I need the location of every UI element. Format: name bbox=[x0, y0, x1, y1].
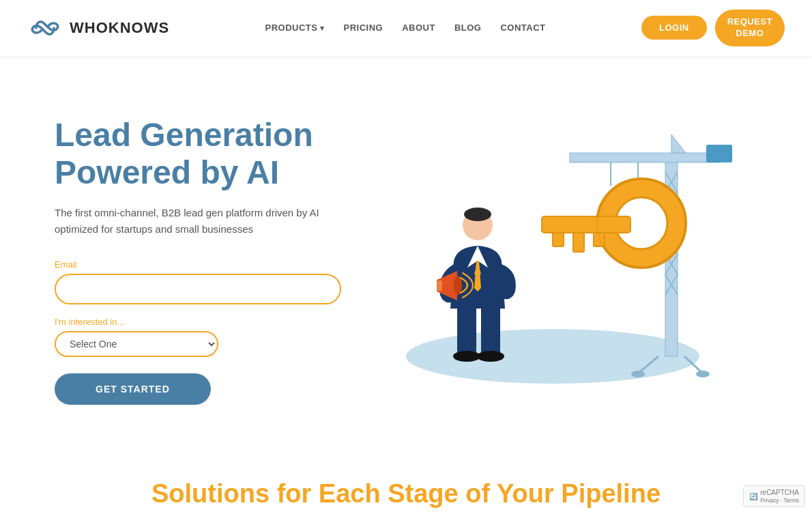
svg-point-20 bbox=[631, 371, 645, 377]
svg-rect-31 bbox=[457, 305, 476, 356]
nav-links: PRODUCTS PRICING ABOUT BLOG CONTACT bbox=[265, 23, 546, 33]
svg-point-21 bbox=[696, 371, 710, 377]
svg-rect-14 bbox=[706, 145, 732, 162]
recaptcha-badge: 🔄 reCAPTCHAPrivacy · Terms bbox=[743, 485, 805, 507]
email-label: Email bbox=[55, 259, 341, 270]
nav-contact[interactable]: CONTACT bbox=[500, 23, 545, 33]
bottom-title: Solutions for Each Stage of Your Pipelin… bbox=[27, 479, 785, 509]
brand-name: WHOKNOWS bbox=[70, 19, 169, 37]
hero-left: Lead Generation Powered by AI The first … bbox=[55, 116, 341, 405]
hero-illustration bbox=[341, 117, 771, 404]
svg-point-30 bbox=[464, 208, 491, 221]
bottom-section: Solutions for Each Stage of Your Pipelin… bbox=[0, 452, 812, 514]
nav-blog[interactable]: BLOG bbox=[454, 23, 482, 33]
recaptcha-text: reCAPTCHAPrivacy · Terms bbox=[760, 489, 799, 504]
nav-pricing[interactable]: PRICING bbox=[344, 23, 383, 33]
logo-icon bbox=[27, 16, 63, 40]
svg-rect-13 bbox=[570, 153, 720, 162]
login-button[interactable]: LOGIN bbox=[641, 16, 707, 40]
footer-watermark: 🔄 reCAPTCHAPrivacy · Terms bbox=[743, 485, 805, 507]
recaptcha-icon: 🔄 bbox=[749, 493, 757, 500]
svg-rect-26 bbox=[573, 233, 584, 252]
nav-buttons: LOGIN REQUESTDEMO bbox=[641, 10, 785, 46]
svg-rect-35 bbox=[437, 281, 442, 291]
navbar: WHOKNOWS PRODUCTS PRICING ABOUT BLOG CON… bbox=[0, 0, 812, 56]
svg-rect-32 bbox=[481, 305, 500, 356]
email-input[interactable] bbox=[55, 274, 341, 304]
key-svg bbox=[532, 169, 696, 319]
logo-area[interactable]: WHOKNOWS bbox=[27, 16, 169, 40]
hero-subtitle: The first omni-channel, B2B lead gen pla… bbox=[55, 205, 341, 238]
svg-line-18 bbox=[638, 356, 658, 373]
person-svg bbox=[433, 206, 529, 363]
interested-label: I'm interested in... bbox=[55, 317, 341, 327]
svg-point-33 bbox=[453, 351, 480, 362]
svg-line-19 bbox=[684, 356, 703, 373]
illustration-container bbox=[379, 117, 734, 404]
svg-point-34 bbox=[477, 351, 504, 362]
nav-about[interactable]: ABOUT bbox=[402, 23, 435, 33]
hero-title: Lead Generation Powered by AI bbox=[55, 116, 341, 191]
request-demo-button[interactable]: REQUESTDEMO bbox=[715, 10, 785, 46]
svg-rect-24 bbox=[542, 216, 630, 233]
hero-section: Lead Generation Powered by AI The first … bbox=[0, 56, 812, 452]
svg-marker-15 bbox=[671, 134, 686, 153]
svg-rect-25 bbox=[553, 233, 564, 246]
get-started-button[interactable]: GET STARTED bbox=[55, 373, 211, 405]
interest-select[interactable]: Select One Lead Generation Sales Intelli… bbox=[55, 331, 218, 357]
nav-products[interactable]: PRODUCTS bbox=[265, 23, 325, 33]
